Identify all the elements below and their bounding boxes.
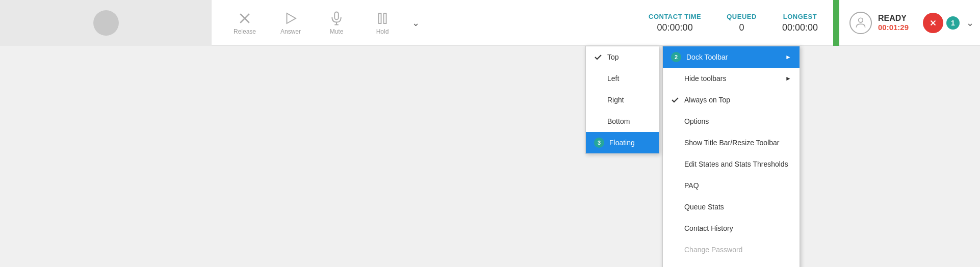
answer-button[interactable]: Answer	[268, 0, 314, 46]
status-text: READY	[878, 14, 909, 23]
menu-item-queue-stats[interactable]: Queue Stats	[663, 196, 800, 218]
menu-item-top[interactable]: Top	[586, 46, 659, 68]
menu-item-bottom[interactable]: Bottom	[586, 111, 659, 132]
menu-item-right[interactable]: Right	[586, 89, 659, 111]
top-label: Top	[607, 53, 619, 61]
notification-badge: 1	[946, 16, 960, 30]
release-label: Release	[234, 28, 256, 35]
agent-section: READY 00:01:29	[839, 12, 919, 34]
pause-icon	[375, 11, 390, 26]
agent-timer: 00:01:29	[878, 23, 909, 32]
person-icon	[854, 16, 867, 30]
menu-item-paq[interactable]: PAQ	[663, 175, 800, 196]
check-placeholder-bottom	[594, 117, 602, 125]
mute-button[interactable]: Mute	[314, 0, 359, 46]
stats-area: CONTACT TIME 00:00:00 QUEUED 0 LONGEST 0…	[633, 13, 833, 33]
queued-label: QUEUED	[727, 13, 757, 20]
dock-toolbar-label: Dock Toolbar	[686, 53, 728, 61]
avatar	[93, 10, 119, 36]
paq-label: PAQ	[684, 181, 699, 190]
hide-toolbars-label: Hide toolbars	[684, 74, 727, 83]
floating-label: Floating	[609, 139, 635, 147]
hold-button[interactable]: Hold	[359, 0, 405, 46]
queued-stat: QUEUED 0	[727, 13, 757, 33]
left-label: Left	[607, 74, 619, 83]
check-icon-top	[594, 53, 602, 61]
x-icon	[237, 11, 252, 26]
options-label: Options	[684, 117, 709, 125]
agent-status: READY 00:01:29	[878, 14, 909, 32]
hold-label: Hold	[376, 28, 389, 35]
longest-stat: LONGEST 00:00:00	[782, 13, 818, 33]
mute-label: Mute	[330, 28, 344, 35]
agent-icon	[849, 12, 872, 34]
floating-badge: 3	[594, 138, 604, 148]
answer-label: Answer	[280, 28, 301, 35]
dock-toolbar-arrow: ►	[785, 54, 791, 61]
dock-submenu: Top Left Right Bottom 3 Floating	[585, 46, 659, 154]
contact-time-value: 00:00:00	[657, 22, 693, 33]
bottom-label: Bottom	[607, 117, 630, 125]
hide-toolbars-arrow: ►	[785, 75, 791, 82]
menu-item-floating[interactable]: 3 Floating	[586, 132, 659, 153]
queue-stats-label: Queue Stats	[684, 203, 724, 211]
longest-label: LONGEST	[783, 13, 817, 20]
end-call-button[interactable]	[923, 13, 943, 33]
svg-marker-2	[287, 13, 296, 23]
menu-item-left[interactable]: Left	[586, 68, 659, 89]
main-menu: 2 Dock Toolbar ► Hide toolbars ► Always …	[662, 46, 800, 267]
svg-rect-7	[384, 13, 386, 23]
queued-value: 0	[739, 22, 744, 33]
svg-rect-6	[379, 13, 381, 23]
toolbar-actions: Release Answer Mute Hold ⌄	[212, 0, 633, 46]
right-label: Right	[607, 96, 624, 104]
menu-item-hide-toolbars[interactable]: Hide toolbars ►	[663, 68, 800, 89]
menu-item-about-icebar[interactable]: About iceBar	[663, 260, 800, 267]
toolbar: Release Answer Mute Hold ⌄	[0, 0, 980, 46]
menu-item-change-password: Change Password	[663, 239, 800, 260]
check-placeholder-left	[594, 74, 602, 83]
release-button[interactable]: Release	[222, 0, 268, 46]
change-password-label: Change Password	[684, 246, 742, 254]
menu-item-edit-states[interactable]: Edit States and Stats Thresholds	[663, 153, 800, 175]
check-placeholder-right	[594, 96, 602, 104]
mic-icon	[329, 11, 344, 26]
svg-point-8	[859, 18, 863, 22]
phone-end-icon	[929, 18, 938, 28]
menu-item-show-title-bar[interactable]: Show Title Bar/Resize Toolbar	[663, 132, 800, 153]
show-title-bar-label: Show Title Bar/Resize Toolbar	[684, 139, 780, 147]
avatar-area	[0, 0, 212, 46]
check-icon-always-on-top	[671, 96, 679, 104]
expand-chevron-button[interactable]: ⌄	[405, 0, 426, 46]
contact-time-label: CONTACT TIME	[649, 13, 701, 20]
always-on-top-label: Always on Top	[684, 96, 730, 104]
svg-rect-3	[334, 12, 339, 19]
menu-chevron-button[interactable]: ⌄	[960, 0, 980, 46]
menu-item-contact-history[interactable]: Contact History	[663, 218, 800, 239]
dock-toolbar-badge: 2	[671, 52, 681, 62]
menu-item-always-on-top[interactable]: Always on Top	[663, 89, 800, 111]
menu-item-options[interactable]: Options	[663, 111, 800, 132]
menu-item-dock-toolbar[interactable]: 2 Dock Toolbar ►	[663, 46, 800, 68]
longest-value: 00:00:00	[782, 22, 818, 33]
status-bar	[833, 0, 839, 46]
contact-history-label: Contact History	[684, 224, 733, 232]
play-icon	[283, 11, 298, 26]
edit-states-label: Edit States and Stats Thresholds	[684, 160, 788, 168]
contact-time-stat: CONTACT TIME 00:00:00	[649, 13, 701, 33]
